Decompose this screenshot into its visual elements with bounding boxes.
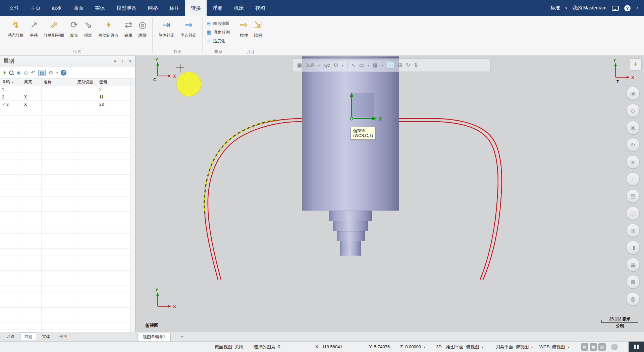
column-header-number[interactable]: 号码 ▲ <box>0 79 22 86</box>
menu-tab-wireframe[interactable]: 线框 <box>46 0 68 16</box>
account-menu[interactable]: 我的 Mastercam <box>573 5 606 11</box>
graphics-viewport[interactable]: X 俯视图 (WCS,C,T) ▣ 光标 ▾ xyz ⚙ ▾ ↖ ▭ ▾ ▦ ▾… <box>136 56 644 332</box>
layer-highlight[interactable] <box>22 86 42 93</box>
z-coordinate[interactable]: Z: 0.00000 ▾ <box>400 342 425 352</box>
wcs-gizmo[interactable]: X <box>337 84 397 126</box>
x-coordinate[interactable]: X: -118.56041 <box>315 342 342 352</box>
quickmask-button-7[interactable]: ▤ <box>626 189 640 203</box>
ribbon-button-rotate[interactable]: ⟳ 旋转 <box>67 17 81 47</box>
chevron-down-icon[interactable]: ▾ <box>531 346 533 349</box>
swap-icon[interactable]: ⇅ <box>414 62 418 68</box>
ribbon-collapse-icon[interactable]: ∧ <box>636 6 639 10</box>
wcs-selector[interactable]: WCS: 俯视图 ▾ <box>539 342 569 352</box>
quickmask-button-3[interactable]: ◉ <box>626 121 640 134</box>
tray-icon-2[interactable]: ▦ <box>590 343 597 351</box>
ribbon-button-wrap[interactable]: ◎ 缠绕 <box>136 17 150 47</box>
tab-planes[interactable]: 平面 <box>56 333 71 341</box>
menu-tab-mesh[interactable]: 网格 <box>142 0 164 16</box>
chevron-down-icon[interactable]: ▾ <box>368 63 369 67</box>
quickmask-button-9[interactable]: ▥ <box>626 224 640 237</box>
quickmask-button-13[interactable]: ◍ <box>626 292 640 306</box>
ribbon-button-translate-to-plane[interactable]: ⇗ 转换到平面 <box>41 17 67 47</box>
chevron-down-icon[interactable]: ▾ <box>568 346 569 349</box>
menu-tab-model-prep[interactable]: 模型准备 <box>111 0 142 16</box>
solid-step-1[interactable] <box>329 211 372 221</box>
rotate-view-icon[interactable]: ↻ <box>406 62 410 68</box>
menu-tab-art[interactable]: 浮雕 <box>207 0 228 16</box>
cursor-box-icon[interactable]: ▣ <box>297 62 302 68</box>
quickmask-button-5[interactable]: ◈ <box>626 155 640 169</box>
layer-name[interactable] <box>42 101 75 108</box>
quickmask-button-11[interactable]: ▦ <box>626 258 640 271</box>
quickmask-button-1[interactable]: ▣ <box>626 87 640 100</box>
cursor-tool-label[interactable]: 光标 <box>306 62 314 68</box>
tplane-selector[interactable]: 刀具平面: 俯视图 ▾ <box>496 342 533 352</box>
quickmask-button-4[interactable]: ↻ <box>626 138 640 151</box>
ribbon-button-rect-array[interactable]: ▦ 直角阵列 <box>205 29 231 36</box>
xyz-readout[interactable]: xyz <box>323 63 330 68</box>
quickmask-button-6[interactable]: + <box>626 172 640 186</box>
ribbon-button-scale[interactable]: ⇲ 比例 <box>251 17 265 47</box>
panel-menu-icon[interactable]: ▾ <box>114 59 116 64</box>
quickmask-button-12[interactable]: ≣ <box>626 275 640 289</box>
quickmask-button-10[interactable]: ◨ <box>626 241 640 254</box>
ribbon-button-nesting[interactable]: ⊞ 图形排版 <box>205 20 231 27</box>
column-header-highlight[interactable]: 高亮 <box>22 79 42 86</box>
ribbon-button-translate[interactable]: ↗ 平移 <box>27 17 41 47</box>
menu-tab-solids[interactable]: 实体 <box>89 0 111 16</box>
ribbon-button-dynamic-transform[interactable]: ↯ 动态转换 <box>5 17 27 47</box>
pin-icon[interactable]: ⊤ <box>120 59 124 64</box>
layer-setting[interactable] <box>75 86 97 93</box>
menu-tab-file[interactable]: 文件 <box>3 0 25 16</box>
ribbon-button-mirror[interactable]: ⇄ 镜像 <box>121 17 136 47</box>
ribbon-button-fit[interactable]: ≋ 适度化 <box>205 38 231 44</box>
menu-tab-view[interactable]: 视图 <box>250 0 271 16</box>
scrollbar[interactable] <box>130 86 135 332</box>
gear-icon[interactable]: ⚙ <box>334 62 338 68</box>
tray-icon-1[interactable]: ▤ <box>581 343 588 351</box>
ribbon-button-move-to-origin[interactable]: ⌖ 移动到原点 <box>95 17 121 47</box>
layer-row-1[interactable]: 1 2 <box>0 86 131 93</box>
ribbon-button-project[interactable]: ⇘ 投影 <box>81 17 95 47</box>
column-header-entities[interactable]: 图素 <box>97 79 131 86</box>
menu-tab-drafting[interactable]: 标注 <box>164 0 185 16</box>
help-icon[interactable]: ? <box>624 5 631 11</box>
menu-tab-home[interactable]: 主页 <box>25 0 46 16</box>
quickmask-button-8[interactable]: ◫ <box>626 207 640 220</box>
chevron-down-icon[interactable]: ▾ <box>565 6 567 10</box>
chevron-down-icon[interactable]: ▾ <box>482 346 483 349</box>
layer-row-2[interactable]: 2 X 11 <box>0 93 131 101</box>
mode-3d-toggle[interactable]: 3D <box>436 342 442 352</box>
tray-circle-icon[interactable] <box>611 344 618 350</box>
undo-icon[interactable]: ↶ <box>31 70 35 76</box>
layer-form-toggle[interactable]: ▤ <box>38 70 45 76</box>
solid-shaft[interactable] <box>340 241 361 256</box>
tray-icon-3[interactable]: ▥ <box>598 343 606 351</box>
style-selector[interactable]: 标准 <box>550 5 560 11</box>
column-header-setting[interactable]: 层别设置 <box>75 79 97 86</box>
ribbon-button-stretch[interactable]: ⇨ 拉伸 <box>237 17 251 47</box>
layer-highlight[interactable]: X <box>22 101 42 108</box>
tab-toolpaths[interactable]: 刀路 <box>3 333 18 341</box>
ribbon-button-offset-single[interactable]: ⇥ 单体补正 <box>155 17 177 47</box>
chevron-down-icon[interactable]: ▾ <box>318 63 320 67</box>
close-icon[interactable]: × <box>129 58 132 64</box>
pause-button[interactable] <box>629 342 644 352</box>
column-header-name[interactable]: 名称 <box>42 79 75 86</box>
window-select-icon[interactable]: ▭ <box>359 62 364 68</box>
active-select-mode-icon[interactable]: ◻ <box>387 62 394 69</box>
tab-levels[interactable]: 层别 <box>20 333 36 341</box>
feedback-icon[interactable] <box>612 6 619 11</box>
grid-select-icon[interactable]: ▦ <box>373 62 378 68</box>
add-viewsheet-button[interactable]: + <box>178 334 186 341</box>
chevron-down-icon[interactable]: ▾ <box>424 346 425 349</box>
layer-highlight[interactable]: X <box>22 93 42 101</box>
layer-name[interactable] <box>42 93 75 101</box>
menu-tab-machine[interactable]: 机床 <box>228 0 250 16</box>
plus-grid-icon[interactable]: ⊞ <box>398 62 402 68</box>
viewsheet-tab[interactable]: 视图单编号1 <box>138 333 171 341</box>
y-coordinate[interactable]: Y: 5.74076 <box>369 342 390 352</box>
cplane-selector[interactable]: 绘图平面: 俯视图 ▾ <box>446 342 483 352</box>
layer-setting[interactable] <box>75 93 97 101</box>
menu-tab-transform[interactable]: 转换 <box>185 0 207 16</box>
